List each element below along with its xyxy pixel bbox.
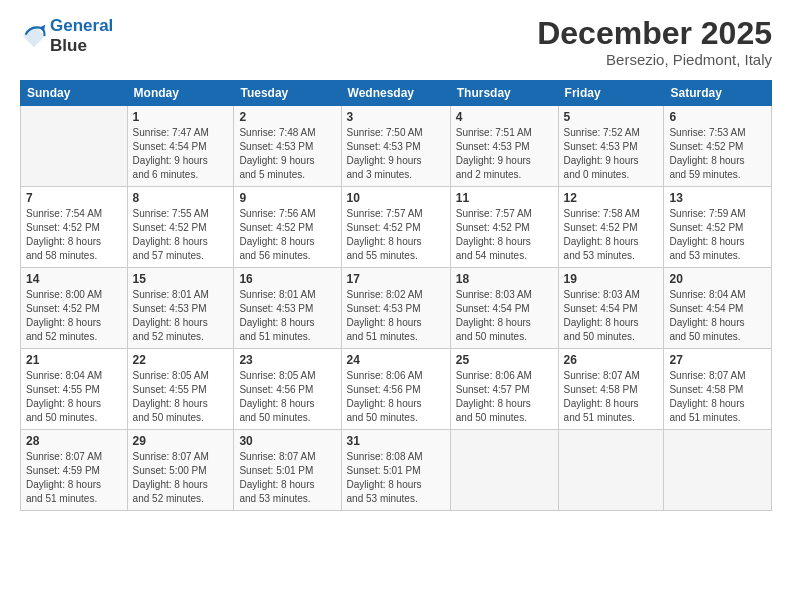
logo-line1: General <box>50 16 113 35</box>
col-header-friday: Friday <box>558 81 664 106</box>
logo-line2: Blue <box>50 36 87 55</box>
day-info: Sunrise: 7:57 AM Sunset: 4:52 PM Dayligh… <box>456 207 553 263</box>
calendar-cell: 15Sunrise: 8:01 AM Sunset: 4:53 PM Dayli… <box>127 268 234 349</box>
day-info: Sunrise: 7:50 AM Sunset: 4:53 PM Dayligh… <box>347 126 445 182</box>
day-info: Sunrise: 7:51 AM Sunset: 4:53 PM Dayligh… <box>456 126 553 182</box>
day-info: Sunrise: 8:05 AM Sunset: 4:56 PM Dayligh… <box>239 369 335 425</box>
day-info: Sunrise: 7:55 AM Sunset: 4:52 PM Dayligh… <box>133 207 229 263</box>
calendar-cell: 8Sunrise: 7:55 AM Sunset: 4:52 PM Daylig… <box>127 187 234 268</box>
day-info: Sunrise: 8:07 AM Sunset: 4:58 PM Dayligh… <box>564 369 659 425</box>
month-title: December 2025 <box>537 16 772 51</box>
calendar-week-1: 1Sunrise: 7:47 AM Sunset: 4:54 PM Daylig… <box>21 106 772 187</box>
day-number: 14 <box>26 272 122 286</box>
day-number: 22 <box>133 353 229 367</box>
calendar-cell <box>664 430 772 511</box>
calendar-cell: 2Sunrise: 7:48 AM Sunset: 4:53 PM Daylig… <box>234 106 341 187</box>
day-number: 6 <box>669 110 766 124</box>
day-number: 23 <box>239 353 335 367</box>
calendar-cell: 17Sunrise: 8:02 AM Sunset: 4:53 PM Dayli… <box>341 268 450 349</box>
day-number: 30 <box>239 434 335 448</box>
calendar-cell: 30Sunrise: 8:07 AM Sunset: 5:01 PM Dayli… <box>234 430 341 511</box>
calendar-cell <box>558 430 664 511</box>
day-info: Sunrise: 8:04 AM Sunset: 4:55 PM Dayligh… <box>26 369 122 425</box>
calendar-week-2: 7Sunrise: 7:54 AM Sunset: 4:52 PM Daylig… <box>21 187 772 268</box>
day-info: Sunrise: 8:01 AM Sunset: 4:53 PM Dayligh… <box>239 288 335 344</box>
day-number: 15 <box>133 272 229 286</box>
day-number: 27 <box>669 353 766 367</box>
logo-text: General Blue <box>50 16 113 55</box>
day-number: 5 <box>564 110 659 124</box>
day-number: 2 <box>239 110 335 124</box>
calendar-cell <box>21 106 128 187</box>
day-info: Sunrise: 8:00 AM Sunset: 4:52 PM Dayligh… <box>26 288 122 344</box>
calendar-cell: 5Sunrise: 7:52 AM Sunset: 4:53 PM Daylig… <box>558 106 664 187</box>
day-number: 3 <box>347 110 445 124</box>
day-info: Sunrise: 7:58 AM Sunset: 4:52 PM Dayligh… <box>564 207 659 263</box>
day-number: 24 <box>347 353 445 367</box>
logo: General Blue <box>20 16 113 55</box>
calendar-table: SundayMondayTuesdayWednesdayThursdayFrid… <box>20 80 772 511</box>
day-number: 31 <box>347 434 445 448</box>
calendar-week-5: 28Sunrise: 8:07 AM Sunset: 4:59 PM Dayli… <box>21 430 772 511</box>
calendar-cell: 9Sunrise: 7:56 AM Sunset: 4:52 PM Daylig… <box>234 187 341 268</box>
day-info: Sunrise: 8:07 AM Sunset: 5:00 PM Dayligh… <box>133 450 229 506</box>
calendar-cell: 13Sunrise: 7:59 AM Sunset: 4:52 PM Dayli… <box>664 187 772 268</box>
col-header-thursday: Thursday <box>450 81 558 106</box>
day-number: 26 <box>564 353 659 367</box>
day-info: Sunrise: 7:47 AM Sunset: 4:54 PM Dayligh… <box>133 126 229 182</box>
day-info: Sunrise: 7:54 AM Sunset: 4:52 PM Dayligh… <box>26 207 122 263</box>
day-number: 16 <box>239 272 335 286</box>
day-number: 12 <box>564 191 659 205</box>
calendar-cell: 1Sunrise: 7:47 AM Sunset: 4:54 PM Daylig… <box>127 106 234 187</box>
day-info: Sunrise: 7:57 AM Sunset: 4:52 PM Dayligh… <box>347 207 445 263</box>
calendar-cell: 27Sunrise: 8:07 AM Sunset: 4:58 PM Dayli… <box>664 349 772 430</box>
day-info: Sunrise: 8:04 AM Sunset: 4:54 PM Dayligh… <box>669 288 766 344</box>
calendar-cell: 7Sunrise: 7:54 AM Sunset: 4:52 PM Daylig… <box>21 187 128 268</box>
calendar-cell: 6Sunrise: 7:53 AM Sunset: 4:52 PM Daylig… <box>664 106 772 187</box>
day-number: 8 <box>133 191 229 205</box>
day-info: Sunrise: 7:56 AM Sunset: 4:52 PM Dayligh… <box>239 207 335 263</box>
col-header-wednesday: Wednesday <box>341 81 450 106</box>
col-header-sunday: Sunday <box>21 81 128 106</box>
calendar-cell: 19Sunrise: 8:03 AM Sunset: 4:54 PM Dayli… <box>558 268 664 349</box>
day-info: Sunrise: 8:07 AM Sunset: 4:58 PM Dayligh… <box>669 369 766 425</box>
day-info: Sunrise: 8:05 AM Sunset: 4:55 PM Dayligh… <box>133 369 229 425</box>
calendar-week-4: 21Sunrise: 8:04 AM Sunset: 4:55 PM Dayli… <box>21 349 772 430</box>
calendar-header-row: SundayMondayTuesdayWednesdayThursdayFrid… <box>21 81 772 106</box>
day-number: 1 <box>133 110 229 124</box>
day-number: 18 <box>456 272 553 286</box>
day-info: Sunrise: 8:06 AM Sunset: 4:56 PM Dayligh… <box>347 369 445 425</box>
page-container: General Blue December 2025 Bersezio, Pie… <box>0 0 792 521</box>
day-info: Sunrise: 7:48 AM Sunset: 4:53 PM Dayligh… <box>239 126 335 182</box>
calendar-cell: 25Sunrise: 8:06 AM Sunset: 4:57 PM Dayli… <box>450 349 558 430</box>
day-number: 20 <box>669 272 766 286</box>
day-number: 4 <box>456 110 553 124</box>
col-header-saturday: Saturday <box>664 81 772 106</box>
day-number: 17 <box>347 272 445 286</box>
day-number: 29 <box>133 434 229 448</box>
calendar-cell: 4Sunrise: 7:51 AM Sunset: 4:53 PM Daylig… <box>450 106 558 187</box>
col-header-tuesday: Tuesday <box>234 81 341 106</box>
calendar-cell: 31Sunrise: 8:08 AM Sunset: 5:01 PM Dayli… <box>341 430 450 511</box>
col-header-monday: Monday <box>127 81 234 106</box>
day-number: 10 <box>347 191 445 205</box>
title-block: December 2025 Bersezio, Piedmont, Italy <box>537 16 772 68</box>
calendar-cell: 20Sunrise: 8:04 AM Sunset: 4:54 PM Dayli… <box>664 268 772 349</box>
day-info: Sunrise: 8:03 AM Sunset: 4:54 PM Dayligh… <box>456 288 553 344</box>
calendar-cell <box>450 430 558 511</box>
calendar-cell: 12Sunrise: 7:58 AM Sunset: 4:52 PM Dayli… <box>558 187 664 268</box>
page-header: General Blue December 2025 Bersezio, Pie… <box>20 16 772 68</box>
day-info: Sunrise: 8:06 AM Sunset: 4:57 PM Dayligh… <box>456 369 553 425</box>
day-info: Sunrise: 8:08 AM Sunset: 5:01 PM Dayligh… <box>347 450 445 506</box>
day-info: Sunrise: 7:52 AM Sunset: 4:53 PM Dayligh… <box>564 126 659 182</box>
day-info: Sunrise: 7:59 AM Sunset: 4:52 PM Dayligh… <box>669 207 766 263</box>
calendar-cell: 14Sunrise: 8:00 AM Sunset: 4:52 PM Dayli… <box>21 268 128 349</box>
calendar-cell: 28Sunrise: 8:07 AM Sunset: 4:59 PM Dayli… <box>21 430 128 511</box>
calendar-cell: 21Sunrise: 8:04 AM Sunset: 4:55 PM Dayli… <box>21 349 128 430</box>
day-number: 9 <box>239 191 335 205</box>
calendar-cell: 24Sunrise: 8:06 AM Sunset: 4:56 PM Dayli… <box>341 349 450 430</box>
calendar-cell: 18Sunrise: 8:03 AM Sunset: 4:54 PM Dayli… <box>450 268 558 349</box>
calendar-week-3: 14Sunrise: 8:00 AM Sunset: 4:52 PM Dayli… <box>21 268 772 349</box>
calendar-cell: 22Sunrise: 8:05 AM Sunset: 4:55 PM Dayli… <box>127 349 234 430</box>
calendar-cell: 23Sunrise: 8:05 AM Sunset: 4:56 PM Dayli… <box>234 349 341 430</box>
